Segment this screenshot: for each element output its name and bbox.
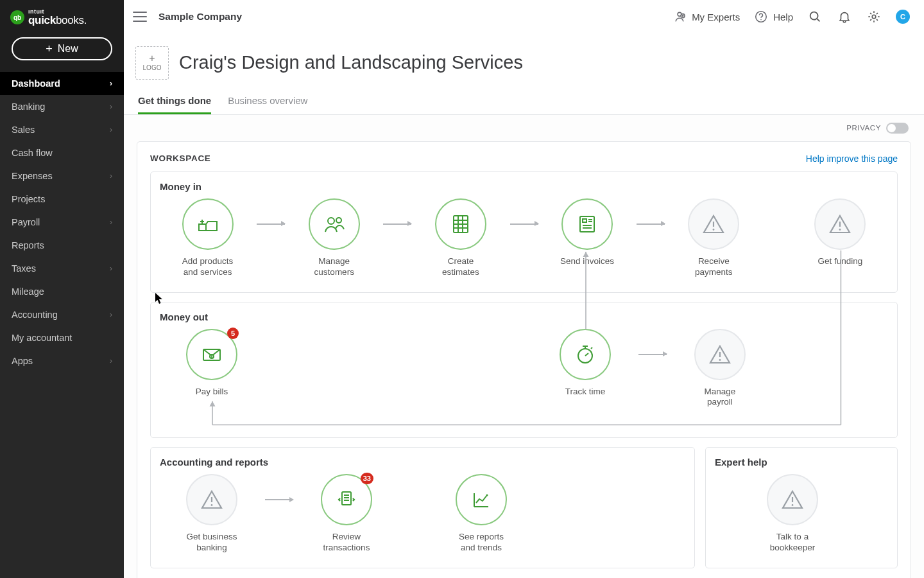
flow-arrow-icon <box>382 198 413 250</box>
improve-page-link[interactable]: Help improve this page <box>806 153 898 164</box>
help-icon <box>754 10 768 24</box>
sidebar-item-label: Payroll <box>12 217 40 227</box>
avatar[interactable]: C <box>896 10 910 24</box>
workflow-node-label: Get businessbanking <box>187 532 237 554</box>
svg-point-3 <box>760 19 762 21</box>
plus-icon: + <box>46 43 53 55</box>
sidebar-item-mileage[interactable]: Mileage <box>0 280 124 303</box>
manage-customers-icon-circle[interactable] <box>309 198 360 250</box>
talk-bookkeeper-icon-circle[interactable] <box>767 474 818 525</box>
brand-badge: qb <box>10 10 24 24</box>
new-button[interactable]: + New <box>12 37 112 60</box>
gear-icon <box>867 10 881 24</box>
review-transactions-icon-circle[interactable]: 33 <box>321 474 372 525</box>
pay-bills-icon-circle[interactable]: 5 <box>186 329 237 380</box>
my-experts-label: My Experts <box>692 12 740 22</box>
workflow-node-talk-bookkeeper[interactable]: Talk to abookkeeper <box>740 474 844 554</box>
hamburger-icon[interactable] <box>133 12 147 22</box>
tabs: Get things doneBusiness overview <box>124 86 924 115</box>
company-name[interactable]: Sample Company <box>158 11 242 22</box>
bell-icon <box>837 10 851 24</box>
money-in-section: Money in Add productsand servicesManagec… <box>150 171 898 293</box>
sidebar-item-label: Banking <box>12 101 45 112</box>
flow-arrow-icon <box>264 474 295 525</box>
tab-business-overview[interactable]: Business overview <box>228 95 307 114</box>
workflow-node-send-invoices[interactable]: Send invoices <box>540 198 635 267</box>
settings-button[interactable] <box>866 9 882 24</box>
count-badge: 5 <box>227 328 239 339</box>
workflow-node-label: Managecustomers <box>314 256 354 278</box>
create-estimates-icon-circle[interactable] <box>435 198 486 250</box>
workflow-node-track-time[interactable]: Track time <box>533 329 637 398</box>
svg-point-11 <box>713 229 715 231</box>
workflow-node-pay-bills[interactable]: 5Pay bills <box>160 329 264 398</box>
sidebar-item-expenses[interactable]: Expenses› <box>0 164 124 188</box>
side-nav: Dashboard›Banking›Sales›Cash flowExpense… <box>0 72 124 372</box>
sidebar-item-label: Expenses <box>12 171 53 181</box>
workflow-node-receive-payments[interactable]: Receivepayments <box>666 198 762 278</box>
accounting-section: Accounting and reports Get businessbanki… <box>150 447 695 568</box>
accounting-title: Accounting and reports <box>160 457 685 468</box>
sidebar-item-label: Taxes <box>12 263 36 274</box>
flow-arrow-icon <box>637 329 668 380</box>
privacy-row: PRIVACY <box>124 115 924 136</box>
notifications-button[interactable] <box>837 9 852 24</box>
svg-point-16 <box>719 359 721 361</box>
sidebar-item-label: Projects <box>12 194 45 204</box>
workflow-node-label: Talk to abookkeeper <box>770 532 816 554</box>
workflow-node-create-estimates[interactable]: Createestimates <box>413 198 508 278</box>
sidebar-item-reports[interactable]: Reports <box>0 234 124 257</box>
workflow-node-add-products[interactable]: Add productsand services <box>160 198 255 278</box>
sidebar-item-accounting[interactable]: Accounting› <box>0 303 124 326</box>
person-badge-icon <box>672 10 687 24</box>
sidebar-item-projects[interactable]: Projects <box>0 188 124 211</box>
sidebar-item-apps[interactable]: Apps› <box>0 349 124 372</box>
my-experts-button[interactable]: My Experts <box>672 10 740 24</box>
svg-point-7 <box>336 218 341 223</box>
logo-box-label: LOGO <box>143 64 162 72</box>
sidebar-item-taxes[interactable]: Taxes› <box>0 257 124 280</box>
workflow-node-get-banking[interactable]: Get businessbanking <box>160 474 264 554</box>
workflow-node-manage-customers[interactable]: Managecustomers <box>286 198 382 278</box>
help-label: Help <box>773 12 793 22</box>
workflow-node-review-transactions[interactable]: 33Reviewtransactions <box>295 474 398 554</box>
sidebar-item-sales[interactable]: Sales› <box>0 118 124 141</box>
help-button[interactable]: Help <box>754 10 793 24</box>
brand-line2: quickbooks. <box>28 15 87 26</box>
svg-point-6 <box>328 218 334 224</box>
sidebar-item-my-accountant[interactable]: My accountant <box>0 326 124 349</box>
get-funding-icon-circle[interactable] <box>814 198 866 250</box>
manage-payroll-icon-circle[interactable] <box>694 329 746 380</box>
receive-payments-icon-circle[interactable] <box>688 198 739 250</box>
chevron-right-icon: › <box>110 356 112 365</box>
sidebar-item-payroll[interactable]: Payroll› <box>0 211 124 234</box>
sidebar-item-dashboard[interactable]: Dashboard› <box>0 72 124 95</box>
chevron-right-icon: › <box>110 171 112 180</box>
get-banking-icon-circle[interactable] <box>186 474 237 525</box>
money-out-title: Money out <box>160 311 888 322</box>
flow-arrow-icon <box>635 198 666 250</box>
workflow-node-manage-payroll[interactable]: Managepayroll <box>668 329 772 408</box>
new-button-label: New <box>58 43 78 55</box>
count-badge: 33 <box>361 473 373 484</box>
add-logo-box[interactable]: + LOGO <box>135 46 169 80</box>
workflow-node-label: Managepayroll <box>705 387 736 408</box>
privacy-label: PRIVACY <box>846 124 881 132</box>
workflow-node-label: Track time <box>565 387 606 398</box>
add-products-icon-circle[interactable] <box>182 198 234 250</box>
track-time-icon-circle[interactable] <box>560 329 611 380</box>
workflow-node-label: Get funding <box>818 256 863 267</box>
see-reports-icon-circle[interactable] <box>456 474 507 525</box>
send-invoices-icon-circle[interactable] <box>561 198 613 250</box>
search-button[interactable] <box>807 9 823 24</box>
search-icon <box>808 10 822 24</box>
svg-point-19 <box>486 495 488 496</box>
sidebar-item-cash-flow[interactable]: Cash flow <box>0 141 124 164</box>
workflow-node-see-reports[interactable]: See reportsand trends <box>429 474 533 554</box>
sidebar-item-label: Reports <box>12 240 44 250</box>
sidebar-item-banking[interactable]: Banking› <box>0 95 124 118</box>
sidebar: qb ıntuıt quickbooks. + New Dashboard›Ba… <box>0 0 124 578</box>
workflow-node-get-funding[interactable]: Get funding <box>792 198 888 267</box>
privacy-toggle[interactable] <box>886 123 909 134</box>
tab-get-things-done[interactable]: Get things done <box>138 95 211 114</box>
